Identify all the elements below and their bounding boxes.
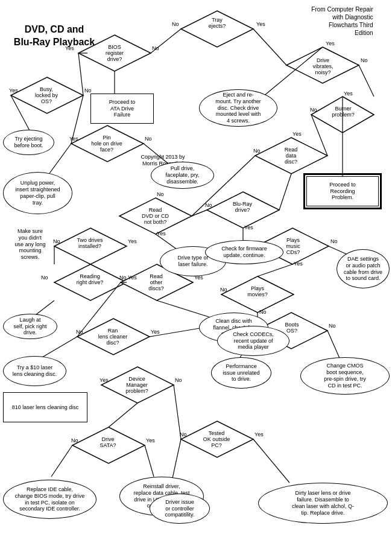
blu-ray-drive-label: Blu-Raydrive?	[207, 201, 278, 213]
svg-marker-1	[286, 47, 359, 83]
try-ejecting: Try ejectingbefore boot.	[3, 130, 54, 155]
svg-text:Yes: Yes	[128, 275, 137, 281]
svg-text:No: No	[145, 136, 152, 142]
svg-line-26	[11, 95, 30, 132]
svg-marker-14	[77, 319, 150, 355]
svg-text:Yes: Yes	[244, 224, 253, 230]
reading-right-label: Readingright drive?	[54, 273, 125, 285]
svg-text:Yes: Yes	[146, 437, 155, 443]
read-other-discs-label: Readotherdiscs?	[121, 273, 192, 291]
svg-text:Yes: Yes	[128, 238, 137, 244]
dirty-laser: Dirty laser lens or drivefailure. Disase…	[258, 483, 388, 524]
svg-text:Yes: Yes	[256, 21, 265, 27]
device-manager-label: DeviceManagerproblem?	[101, 376, 172, 394]
svg-marker-11	[54, 264, 127, 300]
drive-vibrates-label: Drivevibrates,noisy?	[288, 57, 358, 75]
tray-ejects-label: Trayejects?	[193, 17, 241, 29]
810-laser: 810 laser lens cleaning disc	[3, 392, 87, 422]
svg-text:Yes: Yes	[157, 230, 166, 237]
dae-settings: DAE settingsor audio patchcable from dri…	[337, 249, 390, 288]
svg-marker-6	[255, 138, 327, 174]
read-data-disc-label: Readdatadisc?	[256, 147, 326, 165]
svg-line-41	[258, 264, 292, 276]
drive-sata-label: DriveSATA?	[72, 436, 144, 448]
svg-line-32	[279, 174, 291, 210]
plays-movies-label: Playsmovies?	[222, 285, 293, 297]
change-cmos: Change CMOSboot sequence,pre-spin drive,…	[300, 357, 390, 395]
svg-text:No: No	[84, 87, 92, 94]
svg-marker-9	[54, 228, 127, 264]
svg-text:No: No	[175, 377, 182, 383]
check-firmware: Check for firmwareupdate, continue.	[205, 240, 283, 264]
svg-text:No: No	[329, 323, 336, 329]
svg-text:Yes: Yes	[151, 329, 160, 335]
svg-marker-7	[119, 198, 192, 234]
svg-text:Yes: Yes	[254, 431, 264, 437]
svg-marker-4	[311, 97, 374, 133]
svg-marker-3	[11, 77, 83, 113]
svg-line-52	[174, 385, 181, 439]
svg-text:No: No	[220, 287, 227, 293]
svg-text:Yes: Yes	[344, 91, 353, 97]
laugh-self: Laugh atself, pick rightdrive.	[3, 314, 57, 339]
svg-text:No: No	[361, 57, 368, 63]
unplug-power: Unplug power,insert straightenedpaper-cl…	[3, 172, 72, 214]
performance-issue: Performanceissue unrelatedto drive.	[211, 357, 271, 389]
svg-text:Yes: Yes	[100, 377, 109, 383]
svg-text:No: No	[41, 275, 48, 281]
svg-line-28	[311, 115, 327, 156]
source-text: From Computer Repairwith DiagnosticFlowc…	[296, 3, 389, 39]
svg-text:No: No	[119, 275, 127, 281]
svg-line-27	[71, 95, 83, 144]
ran-lens-cleaner-label: Ranlens cleanerdisc?	[77, 328, 148, 346]
svg-text:No: No	[253, 148, 261, 154]
busy-locked-label: Busy,locked byOS?	[13, 86, 80, 104]
svg-line-54	[145, 445, 154, 477]
svg-line-53	[51, 445, 72, 477]
svg-line-21	[151, 29, 181, 53]
eject-remount: Eject and re-mount. Try anotherdisc. Che…	[199, 89, 277, 127]
try-laser-disc: Try a $10 laserlens cleaning disc.	[3, 356, 66, 386]
make-sure: Make sureyou didn'tuse any longmountings…	[3, 220, 57, 268]
svg-marker-0	[181, 11, 253, 47]
svg-text:Yes: Yes	[294, 261, 303, 267]
read-dvd-cd-label: ReadDVD or CDnot both?	[121, 207, 190, 225]
svg-line-38	[192, 210, 207, 216]
driver-issue: Driver issueor controllercompatitility.	[150, 494, 210, 524]
svg-line-48	[39, 337, 77, 359]
svg-line-44	[157, 300, 214, 319]
svg-marker-8	[207, 192, 279, 228]
svg-line-20	[253, 29, 286, 65]
svg-text:No: No	[205, 202, 212, 208]
svg-line-22	[259, 47, 323, 100]
svg-line-50	[327, 331, 341, 361]
svg-text:No: No	[76, 329, 83, 335]
svg-text:No: No	[157, 191, 164, 197]
svg-marker-18	[181, 421, 253, 457]
svg-marker-13	[221, 276, 294, 313]
svg-text:No: No	[180, 431, 187, 437]
svg-text:Yes: Yes	[326, 40, 335, 46]
svg-line-23	[359, 65, 374, 97]
svg-text:No: No	[71, 437, 78, 443]
svg-marker-17	[72, 427, 145, 463]
svg-line-45	[77, 282, 121, 337]
replace-ide: Replace IDE cable,change BIOS mode, try …	[3, 480, 96, 519]
svg-text:Yes: Yes	[9, 87, 18, 94]
svg-line-24	[78, 53, 83, 95]
svg-text:No: No	[330, 238, 338, 244]
svg-line-51	[109, 403, 138, 427]
title: DVD, CD andBlu-Ray Playback	[12, 18, 96, 54]
svg-marker-16	[101, 367, 174, 403]
svg-text:Yes: Yes	[69, 136, 78, 142]
svg-line-56	[253, 439, 289, 483]
check-codecs: Check CODECs,recent update ofmedia playe…	[217, 326, 289, 356]
proceed-recording: Proceed toRecordingProblem.	[306, 176, 379, 206]
svg-text:No: No	[310, 107, 317, 113]
burner-problem-label: Burnerproblem?	[311, 106, 376, 118]
svg-text:No: No	[152, 45, 159, 51]
tested-ok-label: TestedOK outsidePC?	[181, 430, 252, 448]
proceed-ata: Proceed toATA DriveFailure	[90, 94, 154, 124]
svg-text:No: No	[172, 21, 179, 27]
pull-drive: Pull drive,faceplate, pry,disassemble.	[151, 162, 214, 189]
